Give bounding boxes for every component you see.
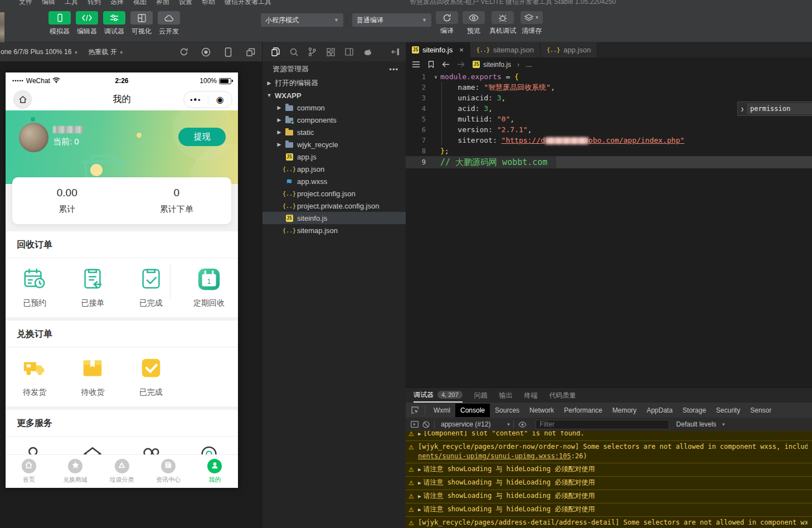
menu-item-文件[interactable]: 文件 xyxy=(19,0,32,6)
expand-find-icon[interactable]: ❯ xyxy=(738,106,747,112)
back-arrow-icon[interactable] xyxy=(441,60,451,70)
forward-arrow-icon[interactable] xyxy=(456,60,466,70)
menu-item-界面[interactable]: 界面 xyxy=(156,0,169,6)
editor-tab-sitemap.json[interactable]: {..}sitemap.json xyxy=(470,42,541,57)
rotate-icon[interactable] xyxy=(179,47,188,57)
tabbar-首页[interactable]: 首页 xyxy=(6,455,52,488)
layout-icon[interactable] xyxy=(343,46,354,57)
tree-item-project.private.config.json[interactable]: {..}project.private.config.json xyxy=(262,200,406,212)
menu-item-视图[interactable]: 视图 xyxy=(133,0,147,6)
tree-item-wjyk_recycle[interactable]: ▶wjyk_recycle xyxy=(262,138,406,151)
hot-reload-toggle[interactable]: 热重载 开▼ xyxy=(88,47,123,57)
devtools-tab-Performance[interactable]: Performance xyxy=(559,404,607,417)
record-icon[interactable] xyxy=(201,47,211,57)
devtools-tab-Wxml[interactable]: Wxml xyxy=(429,404,455,417)
tree-root-wxapp[interactable]: ▼WXAPP xyxy=(262,89,406,101)
withdraw-button[interactable]: 提现 xyxy=(178,128,226,146)
toolbar-button-编辑器[interactable]: 编辑器 xyxy=(75,11,99,36)
expand-arrow-icon[interactable]: ▶ xyxy=(418,480,421,486)
close-icon[interactable]: × xyxy=(459,46,464,54)
action-清缓存[interactable]: ▼清缓存 xyxy=(521,11,543,36)
devtools-tab-Sources[interactable]: Sources xyxy=(490,404,524,417)
breadcrumb-file[interactable]: siteinfo.js xyxy=(483,61,511,69)
stat-累计下单[interactable]: 0累计下单 xyxy=(122,177,232,224)
source-link[interactable]: nents/sunui-upimg/sunui-upimg.wxss:105 xyxy=(418,452,571,460)
action-预览[interactable]: 预览 xyxy=(463,11,485,36)
devtools-tab-Security[interactable]: Security xyxy=(711,404,745,417)
tabbar-垃圾分类[interactable]: 垃圾分类 xyxy=(99,455,145,488)
tree-item-app.wxss[interactable]: ≋app.wxss xyxy=(262,175,406,187)
editor-tab-siteinfo.js[interactable]: JSsiteinfo.js× xyxy=(406,42,470,57)
console-message[interactable]: ⚠[wjyk_recycle/pages/address-detail/addr… xyxy=(406,516,812,528)
tree-item-app.json[interactable]: {..}app.json xyxy=(262,163,406,175)
device-select[interactable]: one 6/7/8 Plus 100% 16▼ xyxy=(1,48,78,56)
toolbar-button-调试器[interactable]: 调试器 xyxy=(103,11,126,36)
tree-item-components[interactable]: ▶components xyxy=(262,114,406,126)
menu-item-设置[interactable]: 设置 xyxy=(179,0,192,6)
code-line-1[interactable]: 1∨module.exports = { xyxy=(406,71,812,82)
find-input[interactable]: permission xyxy=(747,103,812,114)
compile-mode-select[interactable]: 普通编译 ▼ xyxy=(352,13,431,27)
console-message[interactable]: ⚠[wjyk_recycle/pages/order-now/order-now… xyxy=(406,440,812,463)
git-branch-icon[interactable] xyxy=(307,46,318,57)
multi-window-icon[interactable] xyxy=(246,47,255,57)
grid-item-已预约[interactable]: 已预约 xyxy=(6,266,64,308)
menu-item-选择[interactable]: 选择 xyxy=(110,0,124,6)
tree-open-editors[interactable]: ▶打开的编辑器 xyxy=(262,77,406,89)
toolbar-button-模拟器[interactable]: 模拟器 xyxy=(48,11,71,36)
console-message[interactable]: ⚠▶[Component] slot "content" is not foun… xyxy=(406,431,812,440)
devtools-tab-AppData[interactable]: AppData xyxy=(641,404,678,417)
expand-arrow-icon[interactable]: ▶ xyxy=(418,507,421,512)
panel-tab-调试器[interactable]: 调试器4, 207 xyxy=(414,388,463,403)
grid-item-已完成[interactable]: 已完成 xyxy=(122,355,180,398)
tree-item-app.js[interactable]: JSapp.js xyxy=(262,151,406,163)
grid-item-待发货[interactable]: 待发货 xyxy=(6,355,64,398)
panel-right-icon[interactable] xyxy=(390,46,401,57)
menu-item-帮助[interactable]: 帮助 xyxy=(202,0,215,6)
console-message[interactable]: ⚠▶请注意 showLoading 与 hideLoading 必须配对使用 xyxy=(406,503,812,516)
code-line-9[interactable]: 9// 大鹏源码网 wobbt.com xyxy=(406,156,812,168)
phone-small-icon[interactable] xyxy=(223,47,233,57)
find-widget[interactable]: ❯ permission xyxy=(737,101,812,116)
menu-item-编辑[interactable]: 编辑 xyxy=(42,0,55,6)
eye-icon[interactable] xyxy=(517,422,528,428)
mode-select[interactable]: 小程序模式 ▼ xyxy=(261,13,343,27)
tree-item-project.config.json[interactable]: {..}project.config.json xyxy=(262,187,406,200)
tree-item-sitemap.json[interactable]: {..}sitemap.json xyxy=(262,224,406,236)
breadcrumb-more[interactable]: … xyxy=(526,61,532,69)
code-area[interactable]: 1∨module.exports = {2 name: "智慧废品回收系统",3… xyxy=(406,71,812,387)
toolbar-button-可视化[interactable]: 可视化 xyxy=(130,11,153,36)
grid-item-已接单[interactable]: 已接单 xyxy=(64,266,121,308)
filter-input[interactable] xyxy=(536,420,669,429)
code-line-7[interactable]: 7 siteroot: "https://dobo.com/app/index.… xyxy=(406,135,812,146)
blocks-icon[interactable] xyxy=(325,46,336,57)
avatar[interactable] xyxy=(19,123,48,152)
devtools-tab-Memory[interactable]: Memory xyxy=(607,404,641,417)
tabbar-资讯中心[interactable]: 资讯中心 xyxy=(145,455,191,488)
panel-tab-终端[interactable]: 终端 xyxy=(524,388,538,403)
console-message[interactable]: ⚠▶请注意 showLoading 与 hideLoading 必须配对使用 xyxy=(406,476,812,490)
toolbar-button-云开发[interactable]: 云开发 xyxy=(157,11,181,36)
panel-tab-问题[interactable]: 问题 xyxy=(474,388,488,403)
devtools-tab-Storage[interactable]: Storage xyxy=(678,404,711,417)
tree-item-static[interactable]: ▶static xyxy=(262,126,406,138)
expand-arrow-icon[interactable]: ▶ xyxy=(418,467,421,472)
code-line-8[interactable]: 8}; xyxy=(406,146,812,156)
menu-item-工具[interactable]: 工具 xyxy=(65,0,78,6)
panel-tab-代码质量[interactable]: 代码质量 xyxy=(550,388,576,403)
tree-item-common[interactable]: ▶common xyxy=(262,101,406,114)
tabbar-我的[interactable]: 我的 xyxy=(192,455,238,488)
show-panel-icon[interactable] xyxy=(409,421,420,428)
inspect-element-icon[interactable] xyxy=(408,406,421,414)
context-select[interactable]: appservice (#12)▼ xyxy=(441,420,510,428)
menu-bar[interactable]: 文件编辑工具转到选择视图界面设置帮助微信开发者工具 xyxy=(19,0,271,6)
devtools-tab-Console[interactable]: Console xyxy=(455,404,490,417)
panel-tab-输出[interactable]: 输出 xyxy=(499,388,513,403)
clear-console-icon[interactable] xyxy=(420,421,431,428)
console-message[interactable]: ⚠▶请注意 showLoading 与 hideLoading 必须配对使用 xyxy=(406,490,812,503)
code-line-6[interactable]: 6 version: "2.7.1", xyxy=(406,124,812,135)
expand-arrow-icon[interactable]: ▶ xyxy=(418,431,421,437)
tree-item-siteinfo.js[interactable]: JSsiteinfo.js xyxy=(262,212,406,224)
editor-tab-app.json[interactable]: {..}app.json xyxy=(541,42,597,57)
grid-item-已完成[interactable]: 已完成 xyxy=(122,266,180,308)
